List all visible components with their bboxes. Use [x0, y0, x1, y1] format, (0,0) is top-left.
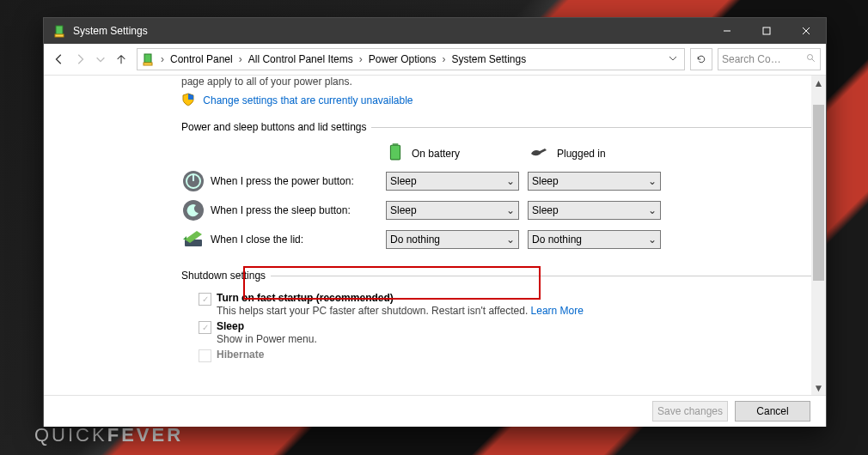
shield-icon	[181, 93, 195, 109]
truncated-text: page apply to all of your power plans.	[181, 76, 811, 88]
svg-line-9	[812, 58, 815, 61]
save-changes-button[interactable]: Save changes	[652, 401, 728, 422]
svg-rect-6	[144, 54, 151, 63]
on-battery-label: On battery	[412, 148, 460, 160]
section-legend: Shutdown settings	[181, 270, 271, 282]
maximize-button[interactable]	[747, 18, 786, 44]
checkbox-text: Turn on fast startup (recommended) This …	[217, 292, 584, 317]
sleep-desc: Show in Power menu.	[217, 333, 317, 345]
up-button[interactable]	[111, 49, 131, 70]
chevron-right-icon[interactable]: ›	[158, 53, 167, 65]
chevron-down-icon: ⌄	[506, 234, 515, 246]
breadcrumb-item[interactable]: Control Panel	[167, 50, 236, 69]
breadcrumb-item[interactable]: System Settings	[448, 50, 529, 69]
content-area: page apply to all of your power plans. C…	[44, 76, 826, 395]
scrollbar-thumb[interactable]	[813, 105, 824, 281]
watermark-b: FEVER	[107, 424, 183, 446]
section-legend: Power and sleep buttons and lid settings	[181, 121, 371, 133]
checkbox-text: Sleep Show in Power menu.	[217, 320, 317, 345]
checkbox-text: Hibernate	[217, 349, 264, 361]
row-label: When I press the power button:	[211, 175, 386, 187]
svg-rect-3	[763, 27, 770, 34]
svg-rect-7	[144, 63, 152, 65]
sleep-checkbox[interactable]: ✓	[199, 321, 211, 334]
plugged-in-header: Plugged in	[529, 146, 671, 161]
change-unavailable-settings-link[interactable]: Change settings that are currently unava…	[203, 94, 413, 106]
power-button-icon	[181, 169, 205, 193]
close-lid-plugged-select[interactable]: Do nothing⌄	[528, 230, 661, 249]
search-icon	[806, 53, 816, 66]
learn-more-link[interactable]: Learn More	[531, 305, 584, 317]
sleep-title: Sleep	[217, 320, 244, 332]
svg-rect-11	[390, 145, 400, 160]
scroll-down-arrow-icon[interactable]: ▼	[811, 380, 826, 395]
power-button-plugged-select[interactable]: Sleep⌄	[528, 172, 661, 191]
power-button-row: When I press the power button: Sleep⌄ Sl…	[181, 170, 811, 192]
uac-link-row: Change settings that are currently unava…	[181, 93, 811, 109]
nav-toolbar: › Control Panel › All Control Panel Item…	[44, 44, 826, 76]
power-plan-icon	[52, 24, 66, 38]
sleep-button-plugged-select[interactable]: Sleep⌄	[528, 201, 661, 220]
power-plan-icon	[141, 52, 155, 66]
power-button-battery-select[interactable]: Sleep⌄	[386, 172, 519, 191]
column-headers: On battery Plugged in	[388, 143, 811, 163]
minimize-button[interactable]	[707, 18, 747, 44]
fast-startup-checkbox[interactable]: ✓	[199, 293, 211, 306]
sleep-button-battery-select[interactable]: Sleep⌄	[386, 201, 519, 220]
svg-rect-1	[55, 34, 64, 37]
titlebar[interactable]: System Settings	[44, 18, 826, 44]
fast-startup-checkbox-row: ✓ Turn on fast startup (recommended) Thi…	[199, 292, 811, 317]
chevron-down-icon: ⌄	[506, 204, 515, 216]
address-bar[interactable]: › Control Panel › All Control Panel Item…	[137, 48, 685, 70]
fast-startup-title: Turn on fast startup (recommended)	[217, 292, 394, 304]
close-lid-row: When I close the lid: Do nothing⌄ Do not…	[181, 228, 811, 251]
sleep-checkbox-row: ✓ Sleep Show in Power menu.	[199, 320, 811, 345]
window-title: System Settings	[73, 25, 148, 37]
chevron-right-icon[interactable]: ›	[439, 53, 448, 65]
scroll-up-arrow-icon[interactable]: ▲	[811, 76, 826, 90]
chevron-down-icon: ⌄	[648, 234, 657, 246]
chevron-right-icon[interactable]: ›	[236, 53, 245, 65]
sleep-button-row: When I press the sleep button: Sleep⌄ Sl…	[181, 199, 811, 221]
chevron-down-icon: ⌄	[506, 175, 515, 187]
laptop-lid-icon	[181, 228, 205, 252]
chevron-down-icon: ⌄	[648, 175, 657, 187]
on-battery-header: On battery	[388, 143, 529, 163]
chevron-down-icon[interactable]	[669, 53, 681, 65]
svg-rect-0	[56, 26, 63, 34]
search-placeholder: Search Co…	[722, 53, 781, 65]
history-chevron-down-icon[interactable]	[90, 49, 111, 70]
fast-startup-desc: This helps start your PC faster after sh…	[217, 305, 531, 317]
vertical-scrollbar[interactable]: ▲ ▼	[811, 76, 826, 395]
hibernate-title: Hibernate	[217, 349, 264, 361]
dialog-footer: Save changes Cancel	[44, 395, 826, 427]
desktop-background: QUICKFEVER System Settings › Control Pan…	[0, 0, 868, 455]
battery-icon	[388, 143, 403, 163]
window-buttons	[707, 18, 826, 44]
watermark: QUICKFEVER	[34, 424, 183, 446]
breadcrumb-item[interactable]: Power Options	[365, 50, 440, 69]
power-buttons-section: Power and sleep buttons and lid settings…	[181, 121, 811, 258]
close-button[interactable]	[786, 18, 826, 44]
cancel-button[interactable]: Cancel	[735, 401, 810, 422]
search-input[interactable]: Search Co…	[718, 48, 821, 70]
row-label: When I close the lid:	[211, 234, 386, 246]
svg-point-8	[808, 54, 813, 59]
sleep-button-icon	[181, 198, 205, 222]
watermark-a: QUICK	[34, 424, 107, 446]
refresh-button[interactable]	[690, 48, 712, 70]
hibernate-checkbox[interactable]	[199, 349, 211, 362]
hibernate-checkbox-row: Hibernate	[199, 349, 811, 362]
chevron-right-icon[interactable]: ›	[357, 53, 365, 65]
breadcrumb-item[interactable]: All Control Panel Items	[245, 50, 357, 69]
shutdown-settings-section: Shutdown settings ✓ Turn on fast startup…	[181, 270, 811, 366]
forward-button[interactable]	[70, 49, 90, 70]
row-label: When I press the sleep button:	[211, 204, 386, 216]
chevron-down-icon: ⌄	[648, 204, 657, 216]
plug-icon	[529, 146, 548, 161]
back-button[interactable]	[49, 49, 70, 70]
plugged-in-label: Plugged in	[557, 148, 606, 160]
close-lid-battery-select[interactable]: Do nothing⌄	[386, 230, 519, 249]
window: System Settings › Control Panel › All Co…	[43, 17, 827, 427]
